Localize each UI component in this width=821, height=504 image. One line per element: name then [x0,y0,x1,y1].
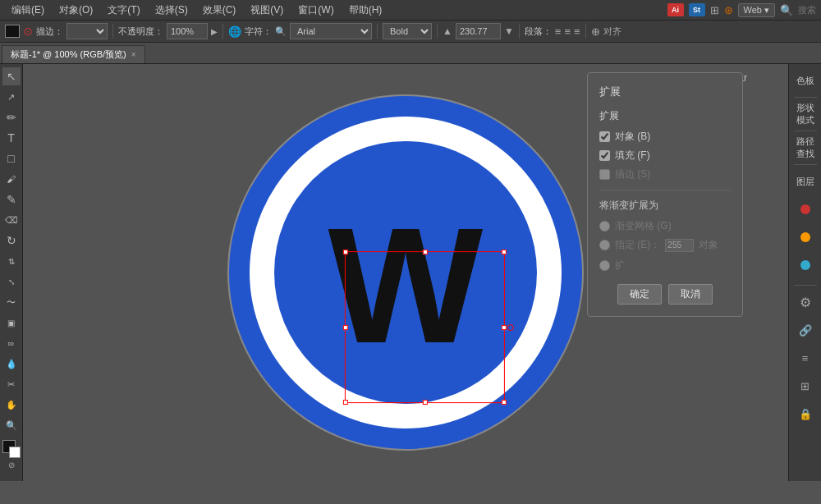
expand-dialog: 扩展 扩展 对象 (B) 填充 (F) 描边 (S) 将渐变扩展为 渐变网格 (… [587,72,743,317]
sep3 [377,24,378,39]
option-fill-checkbox[interactable] [599,150,610,161]
grid2-icon[interactable]: ⊞ [794,374,817,397]
paragraph-label: 段落： [525,25,552,38]
option-fill: 填充 (F) [599,149,731,163]
option-specify: 指定 (E)： 对象 [599,238,731,252]
pen-tool[interactable]: ✏ [2,108,21,126]
font-weight-select[interactable]: Bold [383,23,432,39]
font-label: 字符： [245,25,272,38]
gradient-tool[interactable]: ▣ [2,314,21,332]
settings-icon[interactable]: ⚙ [794,291,817,314]
option-object-label: 对象 (B) [615,130,650,144]
paintbrush-tool[interactable]: 🖌 [2,170,21,188]
menu-select[interactable]: 选择(S) [149,2,195,19]
menu-view[interactable]: 视图(V) [244,2,290,19]
w-letter: W [328,194,484,377]
layer2-icon[interactable] [794,226,817,249]
w-letter-container: W [328,204,484,368]
option-stroke-label: 描边 (S) [615,167,650,181]
align-left-icon[interactable]: ≡ [555,25,562,38]
option-extra-label: 扩 [615,259,625,273]
dialog-ok-button[interactable]: 确定 [617,284,662,305]
menu-help[interactable]: 帮助(H) [342,2,389,19]
main-toolbar: ⊙ 描边： 不透明度： ▶ 🌐 字符： 🔍 Arial Bold ▲ ▼ 段落：… [0,20,821,43]
eyedropper-tool[interactable]: 💧 [2,355,21,373]
transparency-input[interactable] [167,23,208,39]
link-icon[interactable]: 🔗 [794,318,817,341]
option-extra: 扩 [599,259,731,273]
scissors-tool[interactable]: ✂ [2,375,21,393]
direct-select-tool[interactable]: ↗ [2,88,21,106]
dialog-title: 扩展 [599,85,731,99]
main-area: ↖ ↗ ✏ T □ 🖌 ✎ ⌫ ↻ ⇅ ⤡ 〜 ▣ ∞ 💧 ✂ ✋ 🔍 ⊘ [0,64,821,481]
layer-visibility-icon[interactable] [794,198,817,221]
option-extra-radio [599,260,610,271]
shape-modes-icon[interactable]: 形状模式 [794,103,817,126]
align-icon[interactable]: 对齐 [603,25,621,38]
st-icon: St [689,3,705,16]
option-gradient-mesh: 渐变网格 (G) [599,219,731,233]
web-dropdown[interactable]: Web ▾ [738,3,775,17]
target-icon: ⊙ [23,25,33,38]
artwork-container: W [229,96,582,449]
font-size-down-icon[interactable]: ▼ [504,25,514,37]
zoom-tool[interactable]: 🔍 [2,416,21,434]
menu-edit[interactable]: 编辑(E) [5,2,51,19]
ai-icon: Ai [667,3,684,16]
layers-icon[interactable]: 图层 [794,170,817,193]
stroke-select[interactable] [67,23,108,39]
sep1 [112,24,113,39]
shape-tool[interactable]: □ [2,149,21,167]
canvas-area: W [23,64,788,481]
menu-effect[interactable]: 效果(C) [196,2,243,19]
strip-sep2 [794,131,817,131]
strip-sep4 [794,285,817,286]
fill-color-swatch[interactable] [5,25,20,38]
logo-container: W [229,96,582,449]
eraser-tool[interactable]: ⌫ [2,211,21,229]
font-size-up-icon[interactable]: ▲ [443,25,452,37]
option-object-checkbox[interactable] [599,131,610,142]
layer3-icon[interactable] [794,254,817,277]
align-right-icon[interactable]: ≡ [574,25,580,38]
align-center-icon[interactable]: ≡ [564,25,571,38]
option-stroke: 描边 (S) [599,167,731,181]
font-select[interactable]: Arial [290,23,372,39]
type-tool[interactable]: T [2,129,21,147]
font-size-input[interactable] [456,23,501,39]
search-label: 搜索 [798,4,816,16]
menu-text[interactable]: 文字(T) [101,2,146,19]
more-options-icon[interactable]: ⊕ [591,25,600,38]
select-tool[interactable]: ↖ [2,67,21,85]
menu-window[interactable]: 窗口(W) [291,2,340,19]
dialog-cancel-button[interactable]: 取消 [668,284,713,305]
document-tab[interactable]: 标题-1* @ 100% (RGB/预览) × [2,45,145,63]
option-stroke-checkbox [599,169,610,180]
option-specify-radio [599,240,610,250]
menu-object[interactable]: 对象(O) [53,2,99,19]
warp-tool[interactable]: 〜 [2,293,21,311]
none-indicator: ⊘ [8,460,15,470]
tab-close-button[interactable]: × [131,50,136,59]
option-specify-label: 指定 (E)： [615,238,660,252]
rotate-tool[interactable]: ↻ [2,231,21,250]
opacity-arrow[interactable]: ▶ [211,27,218,36]
blend-tool[interactable]: ∞ [2,334,21,352]
menu-bar: 编辑(E) 对象(O) 文字(T) 选择(S) 效果(C) 视图(V) 窗口(W… [0,0,821,20]
reflect-tool[interactable]: ⇅ [2,252,21,270]
lock-icon[interactable]: 🔒 [794,402,817,425]
menu-list-icon[interactable]: ≡ [794,346,817,369]
swirl-icon: ⊛ [724,4,733,16]
hand-tool[interactable]: ✋ [2,396,21,414]
scale-tool[interactable]: ⤡ [2,273,21,291]
color-selector[interactable] [2,440,21,458]
tab-bar: 标题-1* @ 100% (RGB/预览) × [0,43,821,64]
grid-icon: ⊞ [710,4,719,16]
dialog-gradient-title: 将渐变扩展为 [599,199,731,213]
extra-option-area: 扩 [599,259,731,273]
color-panel-icon[interactable]: 色板 [794,69,817,92]
path-finder-icon[interactable]: 路径查找 [794,136,817,159]
handle-bottom-right[interactable] [502,400,507,405]
pencil-tool[interactable]: ✎ [2,190,21,208]
specify-value-input [665,239,694,252]
